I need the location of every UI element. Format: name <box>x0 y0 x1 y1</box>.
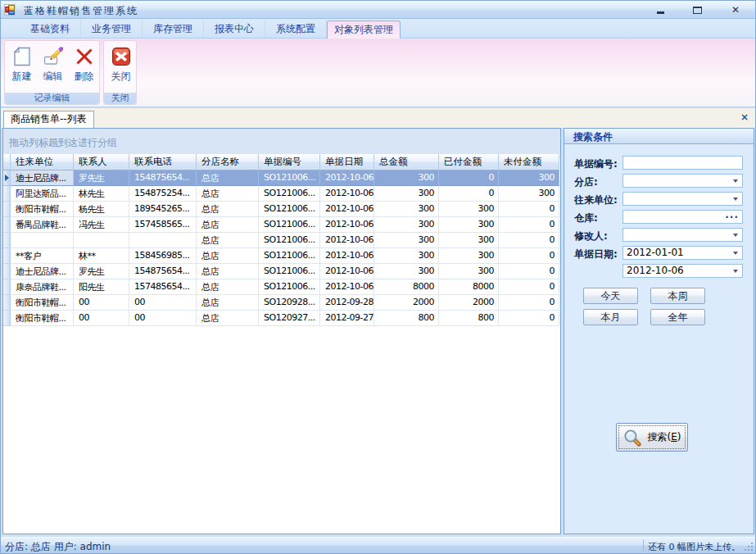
ribbon-tab-2[interactable]: 业务管理 <box>81 20 143 39</box>
grid-cell[interactable]: 总店 <box>197 279 259 295</box>
grid-cell[interactable]: 冯先生 <box>74 217 129 233</box>
grid-cell[interactable]: 2012-10-06 <box>320 186 374 202</box>
grid-cell[interactable]: 0 <box>499 217 559 233</box>
grid-cell[interactable]: 300 <box>439 217 499 233</box>
grid-cell[interactable]: 番禺品牌鞋... <box>11 217 74 233</box>
grid-column-header-5[interactable]: 单据编号 <box>259 154 320 170</box>
search-field-input-6[interactable]: 2012-01-01 <box>622 246 743 260</box>
grid-row-4[interactable]: 番禺品牌鞋...冯先生157458565...总店SO121006...2012… <box>3 217 560 233</box>
grid-cell[interactable]: 00 <box>129 295 197 311</box>
grid-column-header-2[interactable]: 联系人 <box>74 154 129 170</box>
document-tab-close-icon[interactable]: × <box>739 111 750 123</box>
grid-column-header-4[interactable]: 分店名称 <box>197 154 259 170</box>
grid-cell[interactable]: 0 <box>499 233 559 248</box>
grid-cell[interactable]: SO121006... <box>259 279 320 295</box>
grid-cell[interactable]: 2012-10-06 <box>320 202 374 217</box>
grid-cell[interactable]: 迪士尼品牌... <box>11 170 74 186</box>
combo-dropdown-arrow-icon[interactable] <box>733 234 738 237</box>
grid-cell[interactable]: 300 <box>374 202 439 217</box>
grid-cell[interactable]: 300 <box>374 217 439 233</box>
grid-cell[interactable]: 300 <box>374 264 439 279</box>
grid-cell[interactable]: 衡阳市鞋帽... <box>11 295 74 311</box>
search-field-input-5[interactable] <box>622 228 743 242</box>
grid-cell[interactable]: SO120927... <box>259 311 320 326</box>
ribbon-tab-6[interactable]: 对象列表管理 <box>327 20 401 39</box>
search-field-input-7[interactable]: 2012-10-06 <box>622 264 743 278</box>
grid-cell[interactable]: 300 <box>439 202 499 217</box>
grid-cell[interactable]: 2000 <box>374 295 439 311</box>
search-field-input-1[interactable] <box>622 156 743 170</box>
ribbon-button-edit-pencil[interactable]: 编辑 <box>38 43 68 93</box>
grid-cell[interactable]: 157458565... <box>129 217 197 233</box>
grid-row-9[interactable]: 衡阳市鞋帽...0000总店SO120928...2012-09-2820002… <box>3 295 560 311</box>
grid-cell[interactable]: 总店 <box>197 311 259 326</box>
grid-cell[interactable]: 2012-10-06 <box>320 217 374 233</box>
grid-cell[interactable]: 总店 <box>197 248 259 264</box>
ribbon-button-new-document[interactable]: 新建 <box>7 43 37 93</box>
grid-cell[interactable]: SO121006... <box>259 248 320 264</box>
grid-cell[interactable]: 300 <box>499 170 559 186</box>
grid-cell[interactable]: 2000 <box>439 295 499 311</box>
grid-cell[interactable]: 阳先生 <box>74 279 129 295</box>
search-button[interactable]: 搜索(E) <box>616 423 688 452</box>
maximize-button[interactable] <box>689 3 707 16</box>
grid-cell[interactable]: 300 <box>499 186 559 202</box>
grid-cell[interactable]: 157485654... <box>129 279 197 295</box>
grid-cell[interactable]: 154875654... <box>129 170 197 186</box>
close-button[interactable]: ✕ <box>727 3 745 16</box>
ellipsis-browse-button[interactable]: ··· <box>725 213 739 221</box>
grid-cell[interactable]: 总店 <box>197 170 259 186</box>
grid-column-header-3[interactable]: 联系电话 <box>129 154 197 170</box>
grid-cell[interactable]: 总店 <box>197 233 259 248</box>
grid-cell[interactable]: SO121006... <box>259 217 320 233</box>
combo-dropdown-arrow-icon[interactable] <box>733 252 738 255</box>
ribbon-tab-5[interactable]: 系统配置 <box>265 20 327 39</box>
grid-cell[interactable]: 00 <box>74 311 129 326</box>
grid-cell[interactable]: 迪士尼品牌... <box>11 264 74 279</box>
grid-cell[interactable]: 2012-10-06 <box>320 233 374 248</box>
grid-row-10[interactable]: 衡阳市鞋帽...0000总店SO120927...2012-09-2780080… <box>3 311 560 326</box>
grid-cell[interactable] <box>129 233 197 248</box>
grid-cell[interactable]: 189545265... <box>129 202 197 217</box>
grid-cell[interactable]: 总店 <box>197 264 259 279</box>
grid-cell[interactable]: SO121006... <box>259 170 320 186</box>
grid-cell[interactable]: 林先生 <box>74 186 129 202</box>
grid-cell[interactable]: 300 <box>439 248 499 264</box>
grid-cell[interactable]: 154875254... <box>129 186 197 202</box>
grid-row-5[interactable]: 总店SO121006...2012-10-063003000 <box>3 233 560 248</box>
search-field-input-3[interactable] <box>622 192 743 206</box>
search-field-input-2[interactable] <box>622 174 743 188</box>
grid-cell[interactable] <box>11 233 74 248</box>
grid-cell[interactable]: 0 <box>499 248 559 264</box>
grid-cell[interactable]: 林** <box>74 248 129 264</box>
grid-cell[interactable]: 总店 <box>197 186 259 202</box>
grid-cell[interactable]: 0 <box>499 311 559 326</box>
grid-cell[interactable]: 总店 <box>197 295 259 311</box>
minimize-button[interactable] <box>652 3 670 16</box>
grid-cell[interactable]: 0 <box>499 279 559 295</box>
grid-column-header-8[interactable]: 已付金额 <box>439 154 499 170</box>
grid-cell[interactable]: 总店 <box>197 217 259 233</box>
grid-row-3[interactable]: 衡阳市鞋帽...杨先生189545265...总店SO121006...2012… <box>3 202 560 217</box>
grid-column-header-9[interactable]: 未付金额 <box>499 154 559 170</box>
quick-button-this-week[interactable]: 本周 <box>650 288 705 304</box>
grid-cell[interactable]: **客户 <box>11 248 74 264</box>
quick-button-whole-year[interactable]: 全年 <box>650 309 705 325</box>
grid-cell[interactable]: 300 <box>374 170 439 186</box>
grid-cell[interactable]: 0 <box>499 295 559 311</box>
grid-cell[interactable]: 300 <box>374 233 439 248</box>
ribbon-button-close-box[interactable]: 关闭 <box>106 43 136 93</box>
grid-cell[interactable]: 0 <box>499 202 559 217</box>
grid-cell[interactable]: 阿里达斯品... <box>11 186 74 202</box>
grid-cell[interactable]: 800 <box>439 311 499 326</box>
grid-cell[interactable]: 罗先生 <box>74 170 129 186</box>
grid-cell[interactable]: 800 <box>374 311 439 326</box>
grid-cell[interactable] <box>74 233 129 248</box>
grid-column-header-7[interactable]: 总金额 <box>374 154 439 170</box>
search-field-input-4[interactable]: ··· <box>622 210 743 224</box>
grid-cell[interactable]: 杨先生 <box>74 202 129 217</box>
grid-cell[interactable]: 2012-10-06 <box>320 264 374 279</box>
ribbon-tab-4[interactable]: 报表中心 <box>204 20 265 39</box>
grid-cell[interactable]: 罗先生 <box>74 264 129 279</box>
grid-row-6[interactable]: **客户林**158456985...总店SO121006...2012-10-… <box>3 248 560 264</box>
